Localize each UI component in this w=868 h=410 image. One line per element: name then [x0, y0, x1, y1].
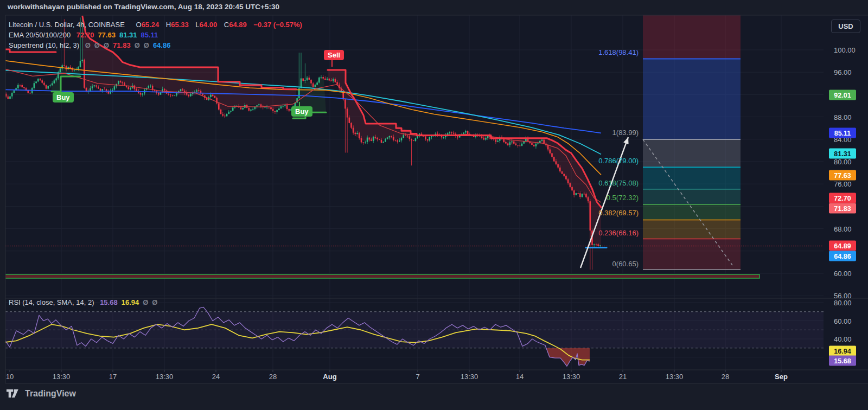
- low-label: L: [195, 21, 199, 29]
- close-label: C: [224, 21, 229, 29]
- price-badge: 15.68: [829, 356, 856, 366]
- price-badge: 92.01: [829, 90, 856, 100]
- price-badge: 81.31: [829, 149, 856, 159]
- rsi-tick-label: 40.00: [834, 335, 852, 343]
- fib-zone: [643, 220, 741, 239]
- time-tick-label: 13:30: [563, 373, 580, 381]
- tradingview-snapshot: workwithshayan published on TradingView.…: [0, 0, 868, 410]
- time-tick-label: 13:30: [461, 373, 478, 381]
- time-tick-label: 17: [109, 373, 117, 381]
- price-tick-label: 76.00: [834, 180, 852, 188]
- time-tick-label: 10: [6, 373, 14, 381]
- price-badge: 72.70: [829, 193, 856, 203]
- supertrend-legend-value: Ø: [94, 41, 100, 49]
- time-tick-label: 28: [269, 373, 277, 381]
- legend-supertrend-row: Supertrend (10, hl2, 3) ØØØ71.83ØØ64.86: [9, 40, 302, 50]
- currency-toggle-button[interactable]: USD: [831, 20, 860, 33]
- legend-ema-row: EMA 20/50/100/200 72.7077.6381.3185.11: [9, 30, 302, 40]
- tradingview-watermark[interactable]: TradingView: [7, 388, 76, 399]
- price-tick-label: 80.00: [834, 158, 852, 166]
- time-tick-label: 13:30: [666, 373, 684, 381]
- fib-level-label: 0.786(79.00): [598, 157, 639, 165]
- fib-level-label: 0.236(66.16): [598, 229, 639, 237]
- rsi-tick-label: 80.00: [834, 299, 852, 307]
- rsi-legend-value: Ø: [152, 298, 157, 306]
- buy-signal-tail: [60, 86, 61, 92]
- rsi-legend-value: Ø: [143, 298, 148, 306]
- price-badge: 85.11: [829, 128, 856, 138]
- rsi-legend-value: 15.68: [100, 298, 118, 306]
- buy-signal-text: Buy: [56, 93, 70, 101]
- buy-signal-tail: [299, 102, 300, 106]
- buy-signal-text: Buy: [295, 107, 309, 116]
- price-chart-canvas[interactable]: [0, 0, 868, 410]
- price-tick-label: 60.00: [834, 270, 852, 278]
- supertrend-legend-value: Ø: [135, 41, 140, 49]
- price-tick-label: 68.00: [834, 225, 852, 233]
- symbol-title: Litecoin / U.S. Dollar, 4h, COINBASE: [9, 21, 125, 29]
- supertrend-label: Supertrend (10, hl2, 3): [9, 41, 79, 49]
- fib-level-label: 1(83.99): [612, 129, 639, 137]
- rsi-legend: RSI (14, close, SMA, 14, 2) 15.6816.94ØØ: [9, 298, 157, 306]
- rsi-tick-label: 60.00: [834, 317, 852, 325]
- ema-label: EMA 20/50/100/200: [9, 31, 71, 39]
- price-badge: 77.63: [829, 170, 856, 181]
- fib-zone: [643, 59, 741, 139]
- fib-level-label: 0.5(72.32): [607, 194, 639, 202]
- ema-legend-value: 85.11: [141, 31, 158, 39]
- price-badge: 64.86: [829, 251, 856, 261]
- time-tick-label: 14: [516, 373, 524, 381]
- supertrend-legend-value: Ø: [144, 41, 149, 49]
- buy-signal-label: Buy: [291, 106, 312, 117]
- chart-legend: Litecoin / U.S. Dollar, 4h, COINBASE O65…: [9, 20, 302, 50]
- low-value: 64.00: [200, 21, 218, 29]
- time-tick-label: 7: [416, 373, 419, 381]
- sell-signal-tail: [331, 60, 333, 67]
- price-tick-label: 100.00: [834, 46, 856, 54]
- close-value: 64.89: [229, 21, 247, 29]
- supertrend-legend-value: Ø: [85, 41, 91, 49]
- buy-signal-label: Buy: [53, 92, 74, 102]
- price-tick-label: 96.00: [834, 68, 852, 76]
- tradingview-logo-text: TradingView: [25, 389, 76, 399]
- fib-level-label: 0.382(69.57): [598, 209, 639, 217]
- ema-legend-value: 81.31: [119, 31, 137, 39]
- rsi-legend-value: 16.94: [122, 298, 139, 306]
- open-value: 65.24: [142, 21, 159, 29]
- supertrend-legend-value: 71.83: [113, 41, 131, 49]
- time-tick-label: 13:30: [156, 373, 174, 381]
- price-badge: 71.83: [829, 203, 856, 214]
- fib-zone: [643, 139, 741, 167]
- position-band: [0, 274, 760, 278]
- rsi-label: RSI (14, close, SMA, 14, 2): [9, 298, 94, 306]
- ema-legend-value: 77.63: [98, 31, 116, 39]
- sell-signal-label: Sell: [324, 50, 344, 60]
- change-value: −0.37 (−0.57%): [253, 21, 302, 29]
- fib-level-label: 1.618(98.41): [598, 48, 639, 56]
- ema-legend-value: 72.70: [76, 31, 94, 39]
- fib-level-label: 0.618(75.08): [598, 179, 639, 187]
- price-badge: 64.89: [829, 241, 856, 251]
- price-badge: 16.94: [829, 346, 856, 356]
- supertrend-legend-value: Ø: [104, 41, 109, 49]
- high-label: H: [166, 21, 171, 29]
- fib-zone: [643, 239, 741, 270]
- tradingview-logo-icon: [7, 388, 21, 399]
- publisher-bar: workwithshayan published on TradingView.…: [8, 3, 279, 11]
- fib-zone: [643, 189, 741, 204]
- time-tick-label: Sep: [775, 373, 788, 381]
- fib-zone: [643, 167, 741, 189]
- time-tick-label: 28: [722, 373, 729, 381]
- fib-level-label: 0(60.65): [612, 260, 639, 268]
- time-tick-label: Aug: [323, 373, 336, 381]
- fib-zone: [643, 204, 741, 220]
- time-tick-label: 13:30: [53, 373, 71, 381]
- price-tick-label: 88.00: [834, 113, 852, 121]
- supertrend-legend-value: 64.86: [153, 41, 171, 49]
- open-label: O: [136, 21, 142, 29]
- fib-zone: [643, 15, 741, 59]
- high-value: 65.33: [171, 21, 189, 29]
- sell-signal-text: Sell: [328, 51, 340, 59]
- legend-symbol-row: Litecoin / U.S. Dollar, 4h, COINBASE O65…: [9, 20, 302, 30]
- time-tick-label: 21: [619, 373, 627, 381]
